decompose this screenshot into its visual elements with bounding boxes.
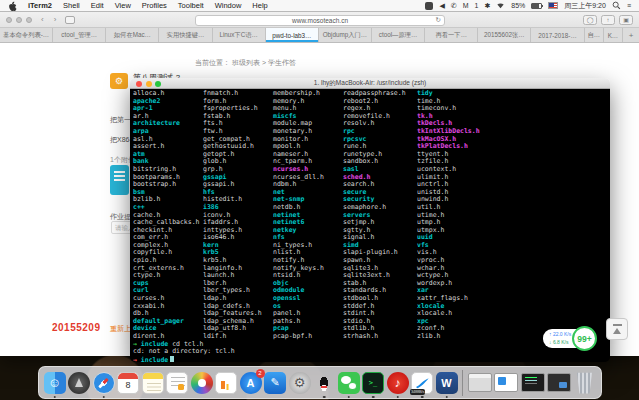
browser-tab-3[interactable]: 如何在Mac… [106, 28, 159, 42]
dock-item-settings[interactable]: ⚙ [289, 372, 311, 394]
minimized-window-3[interactable] [521, 373, 545, 392]
music-icon: ♪ [387, 372, 409, 394]
dock-item-launchpad[interactable] [68, 372, 90, 394]
iterm-running-indicator [372, 396, 375, 399]
menu-app-name[interactable]: iTerm2 [28, 1, 52, 10]
browser-tab-13[interactable]: K… [604, 28, 623, 42]
terminal-close-button[interactable] [136, 81, 142, 87]
browser-tab-4[interactable]: 实用快捷键… [159, 28, 212, 42]
menu-profiles[interactable]: Profiles [142, 1, 167, 10]
file-entry: ldif.h [203, 333, 262, 341]
fan-icon[interactable]: ✱ [484, 2, 490, 10]
dock-item-appstore[interactable]: A2 [240, 372, 262, 394]
dock-item-pages[interactable] [215, 372, 237, 394]
input-language-flag-icon[interactable] [548, 2, 558, 9]
battery-icon[interactable] [531, 3, 542, 9]
file-entry: strhash.h [343, 333, 406, 341]
listing-column-4: readpassphrase.hreboot2.hregex.hremovefi… [343, 90, 406, 341]
browser-tab-9[interactable]: 再看一下… [425, 28, 478, 42]
browser-tab-11[interactable]: 2017-2018-… [531, 28, 584, 42]
dock-item-pencil[interactable]: ✎ [264, 372, 286, 394]
browser-tab-5[interactable]: Linux下C语… [213, 28, 266, 42]
iterm-icon: >_ [362, 372, 384, 394]
iterm-window: 1. lhy的MacBook-Air: /usr/include (zsh) a… [130, 78, 610, 362]
browser-tab-7[interactable]: Objdump入门… [319, 28, 372, 42]
minimized-window-1[interactable] [468, 373, 492, 392]
dock-item-qq[interactable] [313, 372, 335, 394]
reload-icon[interactable]: ↻ [436, 16, 441, 24]
menu-edit[interactable]: Edit [91, 1, 104, 10]
minimized-window-4[interactable] [547, 373, 571, 392]
prompt-arrow: → [133, 356, 137, 363]
menu-toolbelt[interactable]: Toolbelt [178, 1, 204, 10]
browser-close-button[interactable] [6, 17, 12, 23]
browser-tab-12[interactable]: 自… [585, 28, 604, 42]
listing-column-3: membership.hmemory.hmenu.hmiscfsmodule.m… [273, 90, 324, 341]
pages-icon [215, 372, 237, 394]
xunlei-speed-badge: 3488B/s [410, 389, 425, 395]
status-m-label[interactable]: M [463, 2, 469, 9]
appstore-badge: 2 [256, 369, 265, 378]
trash-icon [574, 372, 596, 394]
dock-item-trash[interactable] [574, 372, 596, 394]
menu-window[interactable]: Window [215, 1, 242, 10]
menu-shell[interactable]: Shell [63, 1, 80, 10]
browser-tab-1[interactable]: 基本命令列表-… [0, 28, 53, 42]
spotlight-search-icon[interactable] [612, 1, 621, 10]
dock: ☺8A2✎⚙>_♪3488B/sW [38, 366, 602, 399]
quiz-option-2: 把X86- [110, 135, 132, 145]
forward-button[interactable]: › [54, 15, 57, 24]
terminal-titlebar[interactable]: 1. lhy的MacBook-Air: /usr/include (zsh) [130, 78, 610, 89]
minimized-window-2[interactable] [494, 373, 518, 392]
network-score-badge[interactable]: 99+ [572, 326, 597, 351]
clock-text[interactable]: 周三上午9:20 [564, 1, 606, 11]
dock-item-music[interactable]: ♪ [387, 372, 409, 394]
browser-zoom-button[interactable] [26, 17, 32, 23]
notification-center-icon[interactable]: ≡ [627, 2, 631, 9]
dock-item-finder[interactable]: ☺ [44, 372, 66, 394]
browser-tab-8[interactable]: ctool—原理… [372, 28, 425, 42]
listing-column-1: alloca.hapache2apr-1ar.harchitecturearpa… [133, 90, 200, 341]
dock-item-photos[interactable] [191, 372, 213, 394]
attachment-file-icon[interactable] [110, 165, 129, 195]
dock-item-xunlei[interactable]: 3488B/s [411, 372, 433, 394]
dock-item-safari[interactable] [93, 372, 115, 394]
student-id: 20155209 [52, 322, 101, 333]
dock-item-word[interactable]: W [436, 372, 458, 394]
tab-overview-button[interactable]: ▣ [619, 15, 633, 25]
url-text: www.mosoteach.cn [292, 17, 348, 24]
dock-item-wechat[interactable] [338, 372, 360, 394]
qq-running-indicator [323, 396, 326, 399]
browser-tab-2[interactable]: ctool_管理… [53, 28, 106, 42]
dock-item-iterm[interactable]: >_ [362, 372, 384, 394]
terminal-zoom-button[interactable] [155, 81, 161, 87]
downloads-button[interactable]: ◯ [583, 15, 597, 25]
sidebar-button[interactable] [65, 16, 75, 24]
apple-menu-icon[interactable] [8, 1, 17, 11]
phone-icon[interactable]: ✆ [451, 2, 457, 10]
address-bar[interactable]: www.mosoteach.cn ↻ [195, 15, 445, 26]
menu-help[interactable]: Help [252, 1, 267, 10]
menu-view[interactable]: View [115, 1, 131, 10]
share-button[interactable]: ↑ [601, 15, 615, 25]
dock-item-documents[interactable] [166, 372, 188, 394]
dock-item-calendar[interactable]: 8 [117, 372, 139, 394]
photos-icon [191, 372, 213, 394]
terminal-output[interactable]: alloca.hapache2apr-1ar.harchitecturearpa… [130, 89, 610, 362]
notes-icon [142, 372, 164, 394]
scroll-to-top-button[interactable] [606, 318, 628, 340]
battery-percent: 85% [511, 2, 525, 9]
back-button[interactable]: ‹ [41, 15, 44, 24]
new-tab-button[interactable]: + [623, 28, 639, 42]
wifi-icon[interactable] [496, 1, 505, 10]
settings-icon: ⚙ [289, 372, 311, 394]
status-app-icon[interactable] [425, 2, 433, 10]
dock-item-notes[interactable] [142, 372, 164, 394]
browser-minimize-button[interactable] [16, 17, 22, 23]
music-running-indicator [396, 396, 399, 399]
browser-tab-10[interactable]: 20155602张… [478, 28, 531, 42]
browser-tab-6[interactable]: pwd-to-lab3… [266, 28, 319, 42]
terminal-minimize-button[interactable] [146, 81, 152, 87]
volume-icon[interactable]: ◀ [439, 2, 444, 10]
qq-icon [313, 372, 335, 394]
